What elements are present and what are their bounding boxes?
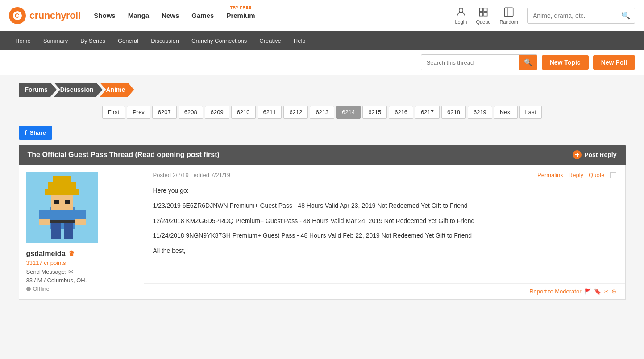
svg-text:C: C bbox=[15, 12, 19, 19]
post-pass-1: 12/24/2018 KMZG6D5PRDQ Premium+ Guest Pa… bbox=[153, 216, 616, 227]
nav-manga[interactable]: Manga bbox=[128, 12, 150, 19]
facebook-icon: f bbox=[25, 129, 27, 136]
page-6214[interactable]: 6214 bbox=[336, 106, 361, 119]
user-info: 33 / M / Columbus, OH. bbox=[26, 277, 87, 284]
thread-toolbar: 🔍 New Topic New Poll bbox=[0, 50, 644, 75]
page-6219[interactable]: 6219 bbox=[468, 106, 492, 119]
breadcrumb-forums[interactable]: Forums bbox=[19, 83, 57, 97]
post-meta: Posted 2/7/19 , edited 7/21/19 Permalink… bbox=[153, 172, 616, 178]
svg-rect-5 bbox=[479, 12, 483, 16]
svg-rect-18 bbox=[38, 219, 50, 225]
svg-rect-17 bbox=[75, 210, 86, 219]
nav-news[interactable]: News bbox=[162, 12, 179, 19]
page-6217[interactable]: 6217 bbox=[415, 106, 440, 119]
quote-checkbox[interactable] bbox=[610, 172, 616, 178]
svg-rect-20 bbox=[50, 220, 75, 223]
post-container: gsdalmeida ♛ 33117 cr points Send Messag… bbox=[19, 165, 626, 300]
page-6210[interactable]: 6210 bbox=[231, 106, 256, 119]
page-6218[interactable]: 6218 bbox=[441, 106, 466, 119]
thread-header: The Official Guest Pass Thread (Read ope… bbox=[19, 145, 626, 165]
forum-nav-crunchy-connections[interactable]: Crunchy Connections bbox=[185, 31, 253, 50]
page-6209[interactable]: 6209 bbox=[205, 106, 229, 119]
page-next[interactable]: Next bbox=[494, 106, 518, 119]
svg-rect-3 bbox=[479, 8, 483, 12]
new-topic-button[interactable]: New Topic bbox=[542, 55, 589, 70]
post-closing: All the best, bbox=[153, 246, 616, 256]
page-first[interactable]: First bbox=[102, 106, 125, 119]
breadcrumb-anime[interactable]: Anime bbox=[100, 83, 134, 97]
svg-rect-4 bbox=[484, 8, 487, 12]
logo-text: crunchyroll bbox=[29, 10, 80, 21]
report-to-moderator-link[interactable]: Report to Moderator 🚩 🔖 ✂ ⊕ bbox=[529, 288, 616, 295]
crown-icon: ♛ bbox=[68, 249, 75, 258]
post-text: Here you go: 1/23/2019 6E6ZR6DJNWN Premi… bbox=[153, 186, 616, 256]
cr-points: 33117 cr points bbox=[26, 260, 66, 266]
svg-rect-13 bbox=[45, 189, 79, 195]
svg-rect-6 bbox=[484, 12, 487, 16]
global-search-button[interactable]: 🔍 bbox=[617, 11, 635, 20]
page-6208[interactable]: 6208 bbox=[179, 106, 203, 119]
logo[interactable]: C crunchyroll bbox=[9, 7, 80, 24]
nav-games[interactable]: Games bbox=[191, 12, 214, 19]
plus-circle-icon: + bbox=[573, 150, 582, 159]
new-poll-button[interactable]: New Poll bbox=[593, 55, 635, 70]
post-sidebar: gsdalmeida ♛ 33117 cr points Send Messag… bbox=[19, 165, 144, 299]
forum-nav-discussion[interactable]: Discussion bbox=[145, 31, 185, 50]
global-search-bar: 🔍 bbox=[527, 8, 635, 24]
nav-shows[interactable]: Shows bbox=[94, 12, 115, 19]
post-greeting: Here you go: bbox=[153, 186, 616, 196]
svg-rect-19 bbox=[75, 219, 86, 225]
svg-rect-14 bbox=[54, 200, 59, 205]
send-message: Send Message: ✉ bbox=[26, 268, 74, 275]
post-date: Posted 2/7/19 , edited 7/21/19 bbox=[153, 172, 230, 178]
page-6207[interactable]: 6207 bbox=[152, 106, 177, 119]
permalink-link[interactable]: Permalink bbox=[537, 172, 563, 178]
queue-button[interactable]: Queue bbox=[476, 6, 490, 25]
breadcrumb-discussion[interactable]: Discussion bbox=[54, 83, 103, 97]
nav-premium[interactable]: TRY FREE Premium bbox=[226, 12, 255, 19]
page-6212[interactable]: 6212 bbox=[283, 106, 308, 119]
quote-link[interactable]: Quote bbox=[589, 172, 604, 178]
page-6215[interactable]: 6215 bbox=[362, 106, 387, 119]
main-nav: Shows Manga News Games TRY FREE Premium bbox=[94, 12, 455, 19]
svg-rect-16 bbox=[38, 210, 50, 219]
random-button[interactable]: Random bbox=[499, 6, 518, 25]
svg-point-2 bbox=[459, 8, 463, 12]
post-pass-2: 11/24/2018 9NGN9YK87SH Premium+ Guest Pa… bbox=[153, 231, 616, 241]
top-navigation: C crunchyroll Shows Manga News Games TRY… bbox=[0, 0, 644, 31]
thread-search-input[interactable] bbox=[421, 59, 519, 66]
page-6213[interactable]: 6213 bbox=[310, 106, 334, 119]
thread-search-button[interactable]: 🔍 bbox=[519, 54, 537, 70]
report-icon: ⊕ bbox=[611, 288, 616, 295]
svg-rect-21 bbox=[51, 223, 60, 239]
page-last[interactable]: Last bbox=[519, 106, 542, 119]
forum-nav-home[interactable]: Home bbox=[9, 31, 37, 50]
page-6211[interactable]: 6211 bbox=[258, 106, 282, 119]
user-status: Offline bbox=[26, 285, 50, 292]
try-free-badge: TRY FREE bbox=[230, 5, 251, 10]
post-actions: Permalink Reply Quote bbox=[537, 172, 616, 178]
logo-icon: C bbox=[9, 7, 26, 24]
svg-rect-22 bbox=[63, 223, 73, 239]
top-nav-right: Login Queue Random 🔍 bbox=[455, 6, 635, 25]
message-icon[interactable]: ✉ bbox=[68, 268, 74, 275]
avatar bbox=[26, 172, 98, 243]
forum-navigation: Home Summary By Series General Discussio… bbox=[0, 31, 644, 50]
forum-nav-summary[interactable]: Summary bbox=[37, 31, 75, 50]
svg-rect-15 bbox=[65, 200, 70, 205]
forum-nav-help[interactable]: Help bbox=[287, 31, 312, 50]
facebook-share-button[interactable]: f Share bbox=[19, 126, 52, 140]
reply-link[interactable]: Reply bbox=[569, 172, 583, 178]
page-prev[interactable]: Prev bbox=[127, 106, 150, 119]
global-search-input[interactable] bbox=[528, 12, 617, 19]
post-body: Posted 2/7/19 , edited 7/21/19 Permalink… bbox=[144, 165, 625, 283]
main-content: Forums Discussion Anime First Prev 6207 … bbox=[10, 75, 635, 307]
forum-nav-creative[interactable]: Creative bbox=[253, 31, 287, 50]
post-reply-button[interactable]: + Post Reply bbox=[573, 150, 616, 159]
post-author-username: gsdalmeida ♛ bbox=[26, 249, 75, 258]
forum-nav-general[interactable]: General bbox=[112, 31, 145, 50]
page-6216[interactable]: 6216 bbox=[389, 106, 413, 119]
forum-nav-by-series[interactable]: By Series bbox=[74, 31, 112, 50]
svg-rect-12 bbox=[53, 176, 71, 189]
login-button[interactable]: Login bbox=[455, 6, 467, 25]
